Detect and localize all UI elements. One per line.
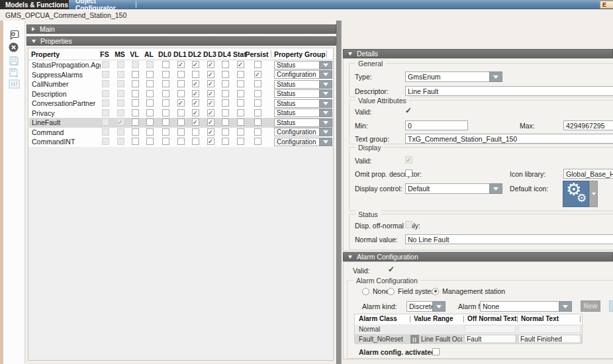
checkbox-dl4[interactable]	[222, 90, 229, 97]
checkbox-dl1[interactable]	[177, 128, 185, 136]
table-row-command[interactable]: CommandConfiguration	[29, 128, 333, 138]
checkbox-dl4[interactable]	[222, 71, 229, 78]
radio-button[interactable]	[387, 288, 395, 295]
table-row-suppressalarms[interactable]: SuppressAlarmsConfiguration	[29, 70, 333, 80]
checkbox-al[interactable]	[146, 128, 154, 136]
checkbox-stat[interactable]	[237, 80, 244, 87]
alarm-flags-dropdown[interactable]: None	[480, 301, 572, 312]
descriptor-input[interactable]: Line Fault	[405, 86, 613, 96]
chevron-down-icon[interactable]	[319, 118, 332, 127]
alarm-valid-checkbox[interactable]	[388, 265, 396, 273]
checkbox-dl1[interactable]	[177, 80, 185, 87]
radio-management-station[interactable]: Management station	[432, 287, 505, 295]
save-icon[interactable]	[9, 56, 20, 67]
valid-checkbox[interactable]	[405, 107, 413, 114]
checkbox-dl2[interactable]	[192, 118, 199, 126]
checkbox-persist[interactable]	[254, 109, 261, 116]
checkbox-al[interactable]	[146, 90, 154, 97]
checkbox-dl4[interactable]	[222, 138, 229, 145]
checkbox-dl2[interactable]	[192, 80, 199, 87]
new-button[interactable]: New	[581, 300, 600, 312]
property-group-dropdown[interactable]: Status	[274, 61, 332, 69]
type-dropdown[interactable]: GmsEnum	[405, 71, 502, 82]
table-row-description[interactable]: DescriptionStatus	[29, 89, 333, 99]
chevron-down-icon[interactable]	[319, 99, 332, 108]
property-group-dropdown[interactable]: Status	[274, 118, 332, 127]
chevron-down-icon[interactable]	[489, 183, 502, 194]
checkbox-dl0[interactable]	[162, 99, 169, 107]
radio-button[interactable]	[432, 288, 439, 295]
property-group-dropdown[interactable]: Status	[274, 80, 332, 89]
checkbox-stat[interactable]	[237, 61, 244, 68]
checkbox-dl3[interactable]	[207, 99, 214, 107]
checkbox-vl[interactable]	[132, 128, 139, 136]
save-as-icon[interactable]	[9, 68, 20, 79]
checkbox-dl3[interactable]	[207, 80, 214, 87]
checkbox-dl4[interactable]	[222, 109, 229, 116]
object-tag-icon[interactable]	[9, 29, 20, 40]
default-icon-dropdown-button[interactable]	[589, 181, 598, 207]
alarm-row-fault_noreset[interactable]: Fault_NoReset||Line Fault OccurredFaultF…	[355, 334, 582, 344]
checkbox-dl4[interactable]	[222, 80, 229, 87]
checkbox-al[interactable]	[146, 99, 154, 107]
checkbox-dl0[interactable]	[162, 90, 169, 97]
checkbox-dl1[interactable]	[177, 90, 185, 97]
chevron-down-icon[interactable]	[319, 61, 332, 69]
checkbox-stat[interactable]	[237, 99, 244, 107]
property-group-dropdown[interactable]: Configuration	[274, 138, 332, 146]
alarm-kind-dropdown[interactable]: Discrete	[406, 301, 446, 312]
icon-library-input[interactable]: Global_Base_HQ_1	[563, 169, 613, 179]
table-row-linefault[interactable]: LineFaultStatus	[29, 118, 333, 128]
checkbox-persist[interactable]	[254, 138, 261, 145]
property-group-dropdown[interactable]: Status	[274, 109, 332, 117]
table-row-statuspropagation.aggregat[interactable]: StatusPropagation.AggregatStatus	[29, 60, 333, 70]
checkbox-stat[interactable]	[237, 118, 244, 126]
checkbox-persist[interactable]	[254, 99, 261, 107]
cancel-icon[interactable]	[9, 42, 20, 54]
edit-button[interactable]: E	[600, 1, 613, 9]
normal-text-cell[interactable]	[518, 325, 581, 333]
checkbox-dl1[interactable]	[177, 71, 185, 78]
checkbox-persist[interactable]	[254, 128, 261, 136]
chevron-down-icon[interactable]	[559, 301, 572, 312]
checkbox-dl0[interactable]	[162, 138, 169, 145]
checkbox-dl1[interactable]	[177, 99, 185, 107]
checkbox-dl2[interactable]	[192, 90, 199, 97]
checkbox-dl3[interactable]	[207, 71, 214, 78]
checkbox-dl2[interactable]	[192, 99, 199, 107]
checkbox-dl3[interactable]	[207, 90, 214, 97]
checkbox-dl2[interactable]	[192, 71, 199, 78]
max-input[interactable]: 4294967295	[563, 120, 613, 130]
tab-models-and-functions[interactable]: Models & Functions	[0, 0, 69, 9]
checkbox-persist[interactable]	[254, 90, 261, 97]
delete-button[interactable]: D	[609, 300, 613, 312]
property-group-dropdown[interactable]: Status	[274, 89, 332, 98]
checkbox-persist[interactable]	[254, 80, 261, 87]
chevron-down-icon[interactable]	[432, 301, 446, 312]
checkbox-dl1[interactable]	[177, 138, 185, 145]
checkbox-dl1[interactable]	[177, 118, 185, 126]
checkbox-persist[interactable]	[254, 71, 261, 78]
table-row-privacy[interactable]: PrivacyStatus	[29, 109, 333, 118]
checkbox-dl1[interactable]	[177, 109, 185, 116]
alarm-row-normal[interactable]: Normal	[355, 324, 582, 334]
checkbox-dl3[interactable]	[207, 109, 214, 116]
panel-splitter[interactable]	[336, 21, 342, 364]
checkbox-dl2[interactable]	[192, 128, 199, 136]
checkbox-stat[interactable]	[237, 128, 244, 136]
checkbox-dl2[interactable]	[192, 109, 199, 116]
checkbox-vl[interactable]	[132, 118, 139, 126]
checkbox-dl3[interactable]	[207, 118, 214, 126]
text-group-input[interactable]: TxG_Commend_Station_Fault_150	[405, 134, 613, 144]
min-input[interactable]: 0	[405, 120, 468, 130]
checkbox-stat[interactable]	[237, 71, 244, 78]
checkbox-persist[interactable]	[254, 61, 261, 68]
section-header-details[interactable]: Details	[343, 49, 613, 58]
checkbox-dl4[interactable]	[222, 61, 229, 68]
off-normal-text-cell[interactable]	[465, 325, 516, 333]
checkbox-vl[interactable]	[132, 71, 139, 78]
radio-none[interactable]: None	[362, 287, 389, 295]
checkbox-al[interactable]	[146, 80, 154, 87]
radio-field-system[interactable]: Field system	[387, 287, 437, 295]
checkbox-stat[interactable]	[237, 90, 244, 97]
